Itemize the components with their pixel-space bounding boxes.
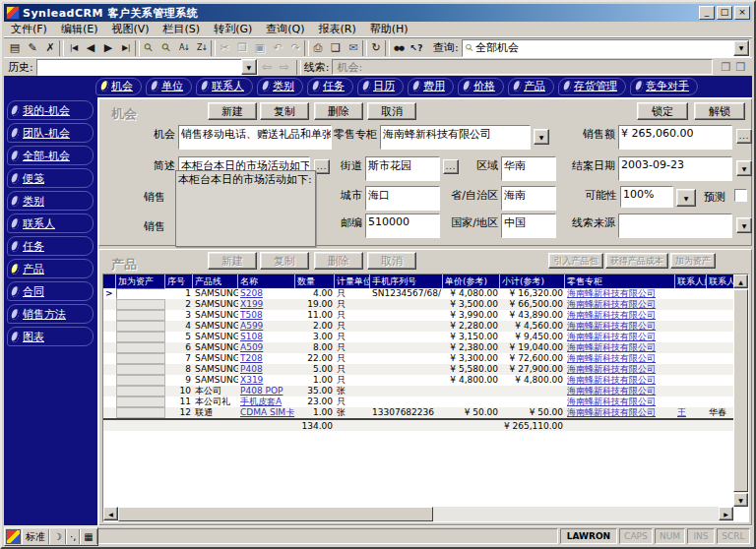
brief-memo-popup[interactable]: 本柜台本日的市场活动如下: <box>175 170 316 247</box>
ime-logo-icon[interactable] <box>6 529 21 544</box>
probability-input[interactable]: 100% <box>620 186 673 208</box>
cell-retail-counter-link[interactable]: 海南蜂新科技有限公司 <box>565 321 675 332</box>
sidebar-item-category[interactable]: 类别 <box>7 191 94 211</box>
sidebar-item-contacts[interactable]: 联系人 <box>7 214 94 233</box>
retail-counter-dropdown-button[interactable]: ▼ <box>534 129 549 145</box>
ime-keyboard-icon[interactable]: ▦ <box>80 529 96 544</box>
cell-contact-lastname-link[interactable]: 王 <box>675 407 707 418</box>
menu-help[interactable]: 帮助(H) <box>363 21 415 37</box>
scroll-down-icon[interactable]: ▼ <box>733 493 748 507</box>
retail-counter-input[interactable]: 海南蜂新科技有限公司 <box>380 125 531 150</box>
asset-checkbox-cell[interactable] <box>116 375 165 386</box>
cancel-button[interactable]: 取消 <box>367 102 416 120</box>
country-input[interactable]: 中国 <box>501 214 556 238</box>
cell-contact-lastname-link[interactable] <box>675 342 707 353</box>
form-view-icon[interactable]: ❒ <box>733 61 748 74</box>
table-row[interactable]: 8 SAMSUNG P408 5.00 只 ¥ 5,580.00 ¥ 27,90… <box>103 364 733 375</box>
cell-product-name-link[interactable]: X319 <box>238 375 295 386</box>
vertical-scrollbar[interactable]: ▲ ▼ <box>733 274 748 507</box>
sidebar-item-products[interactable]: 产品 <box>7 259 94 278</box>
column-header[interactable]: 零售专柜 <box>565 274 675 288</box>
forward-icon[interactable]: ⇨ <box>276 60 293 74</box>
print-preview-icon[interactable]: ❑ <box>327 39 345 56</box>
sort-descending-icon[interactable]: Z↓ <box>193 39 211 56</box>
new-button[interactable]: 新建 <box>208 102 257 120</box>
sidebar-item-sales-method[interactable]: 销售方法 <box>7 304 94 324</box>
horizontal-scrollbar[interactable]: ◀ ▶ <box>103 507 733 521</box>
refresh-icon[interactable]: ↻ <box>367 39 385 56</box>
cell-contact-lastname-link[interactable] <box>675 364 707 375</box>
menu-file[interactable]: 文件(F) <box>4 21 54 37</box>
close-date-dropdown-button[interactable]: ▼ <box>736 160 752 176</box>
asset-checkbox-cell[interactable] <box>116 288 165 299</box>
sidebar-item-tasks[interactable]: 任务 <box>7 236 94 256</box>
opportunity-name-input[interactable]: 销售移动电话、赠送礼品和单张 <box>178 125 332 150</box>
lead-source-input[interactable] <box>618 214 732 238</box>
product-new-button[interactable]: 新建 <box>208 252 257 270</box>
column-header[interactable]: 手机序列号 <box>370 274 443 288</box>
tab-competitors[interactable]: 竞争对手 <box>630 78 698 95</box>
last-record-icon[interactable]: ▶∣ <box>117 39 135 56</box>
asset-checkbox-cell[interactable] <box>116 342 165 353</box>
asset-checkbox-cell[interactable] <box>116 332 165 342</box>
cell-contact-lastname-link[interactable] <box>675 288 707 299</box>
column-header[interactable]: 加为资产 <box>116 274 165 288</box>
column-header[interactable]: 单价(参考) <box>443 274 500 288</box>
cell-product-name-link[interactable]: S208 <box>238 288 295 299</box>
table-row[interactable]: > 1 SAMSUNG S208 4.00 只 SN1234567/68/ ¥ … <box>103 288 733 299</box>
cell-retail-counter-link[interactable]: 海南蜂新科技有限公司 <box>565 386 675 396</box>
cell-contact-lastname-link[interactable] <box>675 396 707 407</box>
postal-code-input[interactable]: 510000 <box>365 214 440 238</box>
cell-contact-lastname-link[interactable] <box>675 353 707 364</box>
cell-retail-counter-link[interactable]: 海南蜂新科技有限公司 <box>565 288 675 299</box>
table-row[interactable]: 6 SAMSUNG A509 8.00 只 ¥ 2,380.00 ¥ 19,04… <box>103 342 733 353</box>
cell-product-name-link[interactable]: CDMA SIM卡 <box>238 407 295 418</box>
table-row[interactable]: 7 SAMSUNG T208 22.00 只 ¥ 3,300.00 ¥ 72,6… <box>103 353 733 364</box>
cell-product-name-link[interactable]: P408 POP <box>238 386 295 396</box>
cell-product-name-link[interactable]: 手机皮套A <box>238 396 295 407</box>
ime-bar[interactable]: 标准 ☽ ·, ▦ <box>4 527 98 546</box>
scroll-right-icon[interactable]: ▶ <box>719 507 733 520</box>
tab-tasks[interactable]: 任务 <box>307 78 353 95</box>
cell-retail-counter-link[interactable]: 海南蜂新科技有限公司 <box>565 332 675 342</box>
sales-amount-ellipsis-button[interactable]: ... <box>736 129 752 144</box>
sidebar-item-contracts[interactable]: 合同 <box>7 281 94 301</box>
context-help-icon[interactable]: ↖? <box>408 39 425 56</box>
cell-retail-counter-link[interactable]: 海南蜂新科技有限公司 <box>565 342 675 353</box>
cell-contact-lastname-link[interactable] <box>675 299 707 310</box>
column-header[interactable]: 联系人名 <box>707 274 733 288</box>
tab-category[interactable]: 类别 <box>257 78 303 95</box>
sales-amount-input[interactable]: ¥ 265,060.00 <box>618 125 732 150</box>
first-record-icon[interactable]: ∣◀ <box>64 39 82 56</box>
province-input[interactable]: 海南 <box>501 186 556 211</box>
ime-mode[interactable]: 标准 <box>22 529 49 544</box>
asset-checkbox-cell[interactable] <box>116 407 165 418</box>
column-header[interactable]: 序号 <box>165 274 193 288</box>
tab-expense[interactable]: 费用 <box>408 78 454 95</box>
column-header[interactable]: 联系人姓 <box>675 274 707 288</box>
column-header[interactable]: 数量 <box>295 274 335 288</box>
tab-inventory[interactable]: 存货管理 <box>558 78 626 95</box>
asset-checkbox-cell[interactable] <box>116 386 165 396</box>
delete-record-icon[interactable]: ✗ <box>41 39 59 56</box>
street-input[interactable]: 斯市花园 <box>365 156 440 181</box>
query-combo[interactable]: ⚲ 全部机会 ▼ <box>462 39 750 57</box>
cell-product-name-link[interactable]: T508 <box>238 310 295 321</box>
query-dropdown-button[interactable]: ▼ <box>733 40 749 56</box>
search-records-icon[interactable]: ●● <box>390 39 408 56</box>
table-row[interactable]: 12 联通 CDMA SIM卡 1.00 张 13307682236 ¥ 50.… <box>103 407 733 418</box>
close-button[interactable]: × <box>734 6 750 20</box>
lead-source-dropdown-button[interactable]: ▼ <box>736 217 752 233</box>
product-copy-button[interactable]: 复制 <box>260 252 309 270</box>
back-icon[interactable]: ⇦ <box>258 60 276 74</box>
column-header[interactable]: 小计(参考) <box>500 274 565 288</box>
copy-icon[interactable]: ❐ <box>233 39 251 56</box>
sidebar-item-all-opportunities[interactable]: 全部-机会 <box>7 146 94 165</box>
tab-contacts[interactable]: 联系人 <box>196 78 253 95</box>
column-header[interactable]: 计量单位 <box>335 274 370 288</box>
cell-product-name-link[interactable]: S108 <box>238 332 295 342</box>
asset-checkbox-cell[interactable] <box>116 310 165 321</box>
table-row[interactable]: 3 SAMSUNG T508 11.00 只 ¥ 3,990.00 ¥ 43,8… <box>103 310 733 321</box>
city-input[interactable]: 海口 <box>365 186 440 211</box>
product-cancel-button[interactable]: 取消 <box>367 252 416 270</box>
